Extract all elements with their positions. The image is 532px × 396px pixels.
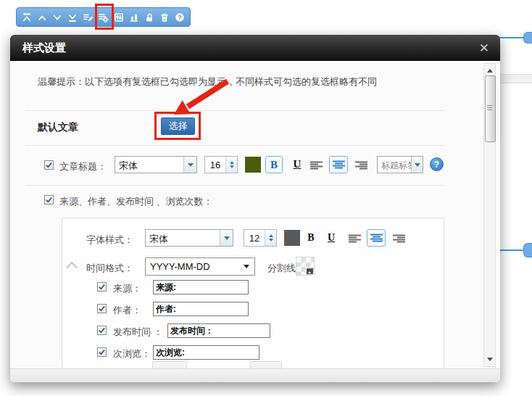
view-count-prefix-input[interactable] bbox=[153, 345, 259, 360]
meta-settings-panel: 字体样式： 宋体 12 B U bbox=[62, 218, 444, 371]
select-button-highlight-box bbox=[154, 112, 201, 140]
meta-align-center-button[interactable] bbox=[367, 229, 386, 247]
dialog-footer bbox=[10, 368, 500, 382]
source-label: 来源： bbox=[113, 282, 141, 295]
stepper-arrows-icon[interactable] bbox=[225, 157, 237, 173]
check-icon bbox=[98, 326, 106, 334]
meta-section-checkbox[interactable] bbox=[44, 195, 54, 205]
title-underline-button[interactable]: U bbox=[291, 158, 303, 170]
publish-time-checkbox[interactable] bbox=[97, 326, 107, 335]
connector-node-top bbox=[523, 32, 532, 44]
editor-page: ? 样式设置 ✕ 温馨提示：以下选项有复选框已勾选即为显示，不同样式可勾选的复选… bbox=[0, 0, 532, 396]
move-to-bottom-icon[interactable] bbox=[66, 10, 80, 24]
dialog-scrollbar[interactable] bbox=[483, 63, 496, 367]
title-color-swatch[interactable] bbox=[245, 157, 261, 173]
meta-font-size-value: 12 bbox=[244, 230, 265, 246]
connector-line-middle bbox=[499, 249, 525, 251]
collapse-chevron-icon[interactable] bbox=[65, 259, 78, 272]
dialog-header: 样式设置 ✕ bbox=[10, 35, 500, 61]
style-settings-dialog: 样式设置 ✕ 温馨提示：以下选项有复选框已勾选即为显示，不同样式可勾选的复选框略… bbox=[10, 35, 500, 382]
article-title-label: 文章标题： bbox=[59, 160, 107, 173]
align-center-icon bbox=[333, 160, 345, 170]
title-tag-select[interactable]: 标题标签 bbox=[377, 156, 423, 173]
title-align-left-button[interactable] bbox=[310, 160, 323, 173]
scrollbar-thumb[interactable] bbox=[485, 75, 496, 142]
time-format-value: YYYY-MM-DD bbox=[150, 261, 210, 272]
move-up-icon[interactable] bbox=[35, 10, 49, 24]
view-count-label: 次浏览： bbox=[113, 347, 151, 360]
align-left-icon bbox=[310, 161, 323, 170]
meta-color-swatch[interactable] bbox=[284, 230, 300, 246]
align-center-icon bbox=[370, 234, 383, 243]
close-icon[interactable]: ✕ bbox=[479, 41, 489, 56]
meta-align-right-button[interactable] bbox=[393, 234, 405, 247]
background-band bbox=[500, 74, 532, 83]
meta-font-size-stepper[interactable]: 12 bbox=[244, 229, 277, 247]
separator bbox=[26, 145, 444, 146]
connector-line-top bbox=[499, 37, 525, 38]
font-style-label: 字体样式： bbox=[86, 234, 133, 247]
move-to-top-icon[interactable] bbox=[20, 10, 33, 24]
author-prefix-input[interactable] bbox=[153, 302, 249, 316]
hint-text: 温馨提示：以下选项有复选框已勾选即为显示，不同样式可勾选的复选框略有不同 bbox=[38, 75, 377, 88]
svg-text:?: ? bbox=[178, 14, 183, 21]
divider-label: 分割线 bbox=[267, 262, 296, 275]
connector-node-middle bbox=[523, 243, 532, 257]
title-font-value: 宋体 bbox=[115, 157, 183, 173]
chevron-down-icon[interactable] bbox=[411, 157, 423, 173]
time-format-select[interactable]: YYYY-MM-DD bbox=[145, 257, 255, 276]
meta-bold-button[interactable]: B bbox=[306, 232, 316, 244]
chevron-down-icon bbox=[244, 265, 249, 271]
align-left-icon bbox=[349, 234, 361, 244]
title-align-right-button[interactable] bbox=[355, 160, 367, 173]
move-down-icon[interactable] bbox=[50, 10, 64, 24]
scroll-up-icon[interactable] bbox=[484, 65, 495, 74]
check-icon bbox=[98, 348, 106, 356]
title-tag-value: 标题标签 bbox=[378, 157, 411, 173]
delete-icon[interactable] bbox=[158, 10, 172, 24]
chevron-down-icon[interactable] bbox=[183, 157, 196, 173]
publish-time-label: 发布时间 ： bbox=[113, 326, 163, 339]
author-label: 作者： bbox=[113, 304, 141, 317]
check-icon bbox=[98, 305, 106, 313]
color-picker-corner-icon bbox=[307, 268, 313, 274]
separator bbox=[26, 110, 444, 111]
title-bold-button[interactable]: B bbox=[265, 156, 283, 173]
check-icon bbox=[45, 196, 53, 204]
module-layout-icon[interactable] bbox=[127, 10, 141, 24]
title-help-icon[interactable]: ? bbox=[430, 157, 444, 171]
meta-section-label: 来源、作者、发布时间 、浏览次数： bbox=[59, 195, 213, 208]
meta-align-left-button[interactable] bbox=[349, 234, 361, 247]
view-count-checkbox[interactable] bbox=[97, 347, 107, 357]
article-title-checkbox[interactable] bbox=[44, 160, 54, 170]
help-icon[interactable]: ? bbox=[173, 10, 187, 24]
default-article-label: 默认文章 bbox=[38, 121, 78, 134]
dialog-body: 温馨提示：以下选项有复选框已勾选即为显示，不同样式可勾选的复选框略有不同 默认文… bbox=[10, 61, 500, 382]
title-font-size-stepper[interactable]: 16 bbox=[204, 156, 238, 173]
publish-time-prefix-input[interactable] bbox=[167, 323, 270, 338]
separator bbox=[26, 185, 444, 186]
check-icon bbox=[98, 283, 106, 291]
check-icon bbox=[45, 161, 53, 169]
source-checkbox[interactable] bbox=[97, 282, 107, 292]
dialog-title: 样式设置 bbox=[22, 41, 66, 55]
divider-color-picker[interactable] bbox=[296, 257, 315, 276]
bold-icon: B bbox=[270, 159, 278, 171]
meta-font-select[interactable]: 宋体 bbox=[145, 229, 233, 247]
edit-content-icon[interactable] bbox=[81, 10, 95, 24]
meta-font-value: 宋体 bbox=[146, 230, 220, 246]
chevron-down-icon[interactable] bbox=[220, 230, 233, 246]
title-align-center-button[interactable] bbox=[329, 156, 348, 173]
scrollbar-grip-icon bbox=[487, 105, 492, 112]
title-font-select[interactable]: 宋体 bbox=[115, 156, 197, 173]
stepper-arrows-icon[interactable] bbox=[265, 230, 276, 246]
time-format-label: 时间格式： bbox=[86, 262, 133, 275]
align-right-icon bbox=[355, 161, 367, 170]
source-prefix-input[interactable] bbox=[153, 280, 249, 294]
scroll-down-icon[interactable] bbox=[484, 356, 495, 366]
unlock-icon[interactable] bbox=[142, 10, 156, 24]
title-font-size-value: 16 bbox=[205, 157, 225, 173]
align-right-icon bbox=[393, 234, 405, 244]
author-checkbox[interactable] bbox=[97, 304, 107, 313]
meta-underline-button[interactable]: U bbox=[326, 232, 336, 244]
